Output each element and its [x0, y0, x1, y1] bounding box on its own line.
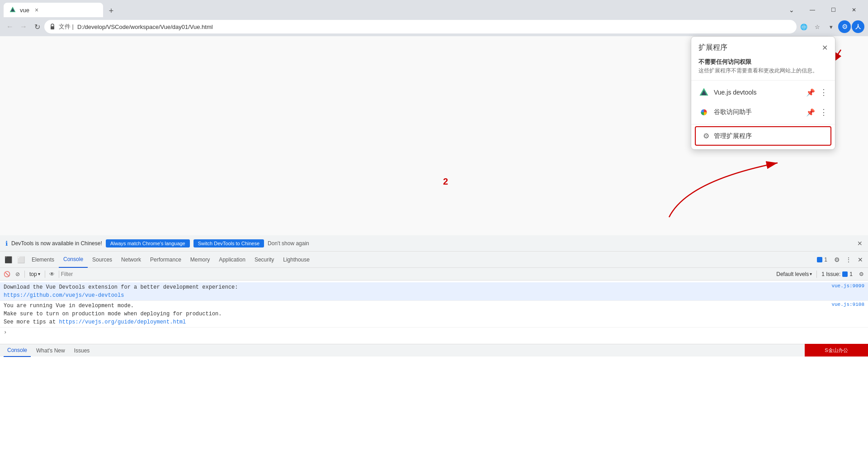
tabs-dropdown-btn[interactable]: ⌄ [781, 3, 802, 17]
clear-console-btn[interactable]: 🚫 [2, 269, 12, 279]
bottom-tab-whats-new[interactable]: What's New [33, 344, 69, 357]
tab-elements[interactable]: Elements [27, 252, 59, 268]
vue-favicon [9, 6, 16, 14]
devtools-settings-btn[interactable]: ⚙ [831, 254, 843, 266]
devtools-undock-btn[interactable]: ⬜ [14, 253, 27, 266]
url-bar[interactable]: 文件 | D:/develop/VSCode/workspace/Vue/day… [44, 20, 797, 33]
console-divider-2 [45, 271, 45, 278]
popup-header: 扩展程序 ✕ [691, 37, 835, 54]
logo-text: S金山办公 [825, 347, 848, 354]
bottom-tabs-bar: Console What's New Issues S金山办公 [0, 344, 868, 357]
default-levels-selector[interactable]: Default levels ▾ [774, 271, 815, 278]
extensions-btn[interactable]: ⚙ [838, 20, 851, 33]
window-controls: ⌄ — ☐ ✕ [781, 3, 864, 17]
show-all-btn[interactable]: 👁 [47, 269, 57, 279]
vue-devtools-link[interactable]: https://github.com/vuejs/vue-devtools [4, 292, 124, 299]
devtools-more-btn[interactable]: ⋮ [843, 254, 854, 266]
console-divider-1 [24, 271, 25, 278]
bottom-tab-issues[interactable]: Issues [71, 344, 94, 357]
manage-extensions-btn[interactable]: ⚙ 管理扩展程序 [695, 126, 831, 146]
back-btn[interactable]: ← [4, 20, 16, 33]
console-filter-input[interactable] [61, 271, 151, 277]
vue-ext-icon [698, 87, 709, 98]
dont-show-btn[interactable]: Don't show again [268, 240, 309, 247]
tab-network[interactable]: Network [117, 252, 146, 268]
tab-security[interactable]: Security [250, 252, 278, 268]
close-btn[interactable]: ✕ [844, 3, 864, 17]
minimize-btn[interactable]: — [802, 3, 823, 17]
vue-ext-pin[interactable]: 📌 [806, 88, 815, 97]
popup-section-desc: 这些扩展程序不需要查看和更改此网站上的信息。 [691, 67, 835, 78]
google-ext-icon [698, 107, 709, 118]
console-content: Download the Vue Devtools extension for … [0, 281, 868, 344]
tab-bar: vue × + ⌄ — ☐ ✕ [0, 0, 868, 17]
issue-num: 1 [849, 271, 853, 277]
match-language-btn[interactable]: Always match Chrome's language [106, 239, 190, 247]
bottom-tab-console[interactable]: Console [4, 344, 31, 357]
refresh-btn[interactable]: ↻ [31, 20, 43, 33]
top-selector[interactable]: top ▾ [27, 271, 43, 278]
url-scheme: 文件 | [59, 23, 74, 31]
issues-count: 1 [824, 257, 827, 263]
maximize-btn[interactable]: ☐ [823, 3, 844, 17]
devtools-dock-btn[interactable]: ⬛ [2, 253, 14, 266]
tab-performance[interactable]: Performance [146, 252, 186, 268]
tab-console[interactable]: Console [59, 252, 88, 268]
tab-application[interactable]: Application [214, 252, 250, 268]
prompt-chevron: › [4, 329, 7, 336]
extension-popup: 扩展程序 ✕ 不需要任何访问权限 这些扩展程序不需要查看和更改此网站上的信息。 … [691, 36, 835, 150]
devtools-notification: ℹ DevTools is now available in Chinese! … [0, 235, 868, 252]
issues-badge[interactable]: 1 [813, 256, 831, 264]
svg-rect-2 [51, 26, 54, 29]
devtools-tabs: ⬛ ⬜ Elements Console Sources Network Per… [0, 252, 868, 268]
tab-sources[interactable]: Sources [88, 252, 117, 268]
console-line-1-source[interactable]: vue.js:9099 [831, 283, 864, 289]
address-bar: ← → ↻ 文件 | D:/develop/VSCode/workspace/V… [0, 17, 868, 36]
issues-icon [817, 257, 822, 262]
tab-close-btn[interactable]: × [33, 5, 40, 14]
console-line-2-source[interactable]: vue.js:9108 [831, 302, 864, 307]
console-prompt: › [0, 328, 868, 338]
top-selector-arrow: ▾ [38, 271, 40, 276]
google-ext-pin[interactable]: 📌 [806, 108, 815, 117]
switch-chinese-btn[interactable]: Switch DevTools to Chinese [193, 239, 264, 247]
notification-close-btn[interactable]: ✕ [857, 240, 863, 247]
page-content: 1 扩展程序 ✕ 不需要任何访问权限 这些扩展程序不需要查看和更改此网站上的信息… [0, 36, 868, 235]
issues-count-text: 1 Issue: [821, 271, 840, 277]
vuejs-deployment-link[interactable]: https://vuejs.org/guide/deployment.html [59, 319, 186, 325]
profile-btn[interactable]: 人 [852, 20, 864, 33]
console-settings-btn[interactable]: ⚙ [856, 269, 866, 279]
manage-extensions-label: 管理扩展程序 [714, 132, 752, 140]
browser-tab[interactable]: vue × [4, 3, 103, 17]
preserve-log-btn[interactable]: ⊘ [13, 269, 23, 279]
extension-dropdown-btn[interactable]: ▾ [825, 20, 837, 33]
notification-text: DevTools is now available in Chinese! [11, 240, 102, 247]
popup-title: 扩展程序 [698, 43, 727, 52]
issues-count-badge[interactable]: 1 Issue: 1 [819, 271, 855, 278]
issue-blue-dot [842, 271, 848, 277]
info-icon: ℹ [5, 240, 8, 247]
tab-memory[interactable]: Memory [186, 252, 214, 268]
gear-icon: ⚙ [703, 132, 709, 140]
vue-ext-more[interactable]: ⋮ [820, 87, 828, 97]
extension-item-vue[interactable]: Vue.js devtools 📌 ⋮ [691, 82, 835, 102]
forward-btn[interactable]: → [17, 20, 30, 33]
console-divider-4 [816, 271, 817, 278]
new-tab-button[interactable]: + [105, 5, 118, 17]
tab-title: vue [20, 7, 29, 14]
google-ext-more[interactable]: ⋮ [820, 107, 828, 117]
extension-item-google[interactable]: 谷歌访问助手 📌 ⋮ [691, 102, 835, 122]
console-line-1: Download the Vue Devtools extension for … [0, 282, 868, 301]
console-line-2: You are running Vue in development mode.… [0, 301, 868, 328]
devtools-close-btn[interactable]: ✕ [854, 254, 866, 266]
console-line-1-content: Download the Vue Devtools extension for … [4, 283, 828, 300]
toolbar-icons: 🌐 ☆ ▾ ⚙ 人 [797, 20, 864, 33]
popup-section-title: 不需要任何访问权限 [691, 54, 835, 67]
tab-lighthouse[interactable]: Lighthouse [278, 252, 314, 268]
translate-icon[interactable]: 🌐 [797, 20, 810, 33]
bookmark-icon[interactable]: ☆ [811, 20, 824, 33]
bottom-logo: S金山办公 [805, 344, 868, 357]
console-toolbar: 🚫 ⊘ top ▾ 👁 Default levels ▾ 1 Issue: 1 [0, 268, 868, 281]
browser-window: vue × + ⌄ — ☐ ✕ ← → ↻ 文件 | D:/develop/VS… [0, 0, 868, 466]
popup-close-btn[interactable]: ✕ [822, 43, 828, 52]
